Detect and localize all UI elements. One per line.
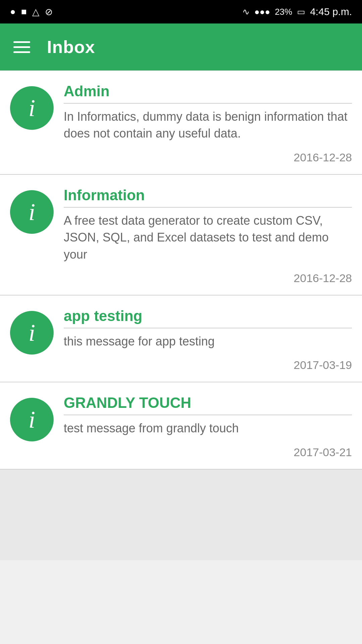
blocked-icon: ⊘ bbox=[45, 6, 53, 17]
whatsapp-icon: ● bbox=[10, 6, 16, 17]
item-content-grandly-touch: GRANDLY TOUCH test message from grandly … bbox=[64, 394, 352, 459]
inbox-item-1[interactable]: i Admin In Informatics, dummy data is be… bbox=[0, 70, 362, 175]
item-date-3: 2017-03-19 bbox=[64, 359, 352, 372]
item-divider-2 bbox=[64, 207, 352, 208]
item-sender-1: Admin bbox=[64, 83, 352, 100]
signal-icon: ●●● bbox=[254, 7, 270, 17]
item-date-4: 2017-03-21 bbox=[64, 446, 352, 459]
hamburger-menu-button[interactable] bbox=[13, 41, 30, 53]
warning-icon: △ bbox=[32, 6, 40, 17]
battery-percentage: 23% bbox=[275, 7, 292, 17]
wifi-icon: ∿ bbox=[242, 7, 250, 17]
item-preview-1: In Informatics, dummy data is benign inf… bbox=[64, 108, 352, 142]
item-divider-3 bbox=[64, 328, 352, 328]
avatar-letter: i bbox=[28, 408, 35, 432]
item-content-information: Information A free test data generator t… bbox=[64, 187, 352, 285]
page-title: Inbox bbox=[47, 37, 95, 57]
status-time: 4:45 p.m. bbox=[310, 6, 352, 17]
item-preview-3: this message for app testing bbox=[64, 333, 352, 350]
toolbar: Inbox bbox=[0, 23, 362, 70]
image-icon: ■ bbox=[21, 6, 27, 17]
avatar-grandly-touch: i bbox=[10, 398, 54, 441]
item-preview-2: A free test data generator to create cus… bbox=[64, 212, 352, 263]
item-date-1: 2016-12-28 bbox=[64, 151, 352, 164]
item-divider-4 bbox=[64, 415, 352, 415]
avatar-admin: i bbox=[10, 86, 54, 130]
inbox-item-3[interactable]: i app testing this message for app testi… bbox=[0, 296, 362, 382]
inbox-list: i Admin In Informatics, dummy data is be… bbox=[0, 70, 362, 470]
status-bar: ● ■ △ ⊘ ∿ ●●● 23% ▭ 4:45 p.m. bbox=[0, 0, 362, 23]
inbox-item-2[interactable]: i Information A free test data generator… bbox=[0, 175, 362, 296]
avatar-letter: i bbox=[28, 96, 35, 120]
item-sender-4: GRANDLY TOUCH bbox=[64, 394, 352, 411]
item-content-app-testing: app testing this message for app testing… bbox=[64, 308, 352, 372]
item-content-admin: Admin In Informatics, dummy data is beni… bbox=[64, 83, 352, 164]
battery-icon: ▭ bbox=[297, 7, 305, 17]
item-date-2: 2016-12-28 bbox=[64, 272, 352, 285]
avatar-letter: i bbox=[28, 321, 35, 345]
item-preview-4: test message from grandly touch bbox=[64, 420, 352, 437]
status-icons-right: ∿ ●●● 23% ▭ 4:45 p.m. bbox=[242, 6, 352, 17]
avatar-app-testing: i bbox=[10, 311, 54, 355]
inbox-item-4[interactable]: i GRANDLY TOUCH test message from grandl… bbox=[0, 382, 362, 469]
item-divider-1 bbox=[64, 103, 352, 104]
item-sender-2: Information bbox=[64, 187, 352, 204]
avatar-letter: i bbox=[28, 200, 35, 224]
status-icons-left: ● ■ △ ⊘ bbox=[10, 6, 53, 17]
bottom-area bbox=[0, 470, 362, 560]
avatar-information: i bbox=[10, 190, 54, 234]
item-sender-3: app testing bbox=[64, 308, 352, 324]
